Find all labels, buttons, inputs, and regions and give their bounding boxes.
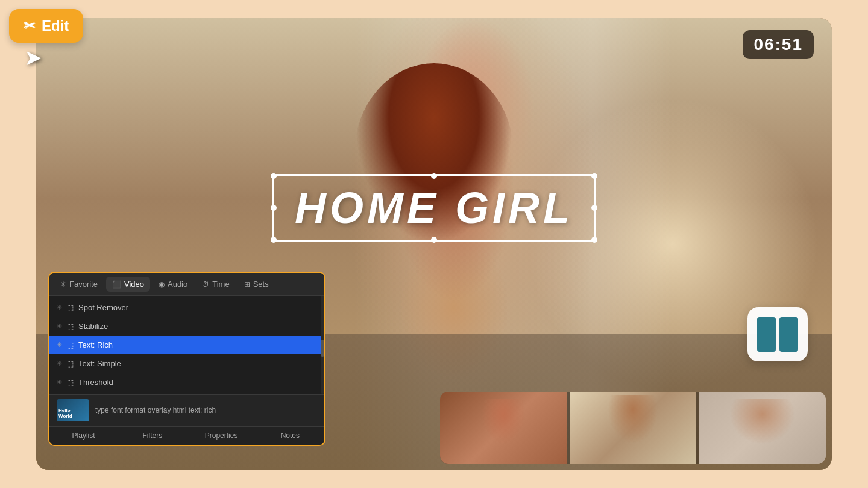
layers-icon: ⊞ bbox=[244, 280, 250, 289]
title-overlay: HOME GIRL bbox=[116, 174, 752, 242]
properties-label: Properties bbox=[205, 431, 238, 440]
notes-label: Notes bbox=[281, 431, 300, 440]
window-icon-3: ⬚ bbox=[67, 341, 74, 349]
window-icon-2: ⬚ bbox=[67, 322, 74, 331]
item-label-spot-remover: Spot Remover bbox=[78, 303, 128, 312]
main-video-area: HOME GIRL 06:51 ✳ Fav bbox=[36, 18, 832, 470]
window-icon: ⬚ bbox=[67, 304, 74, 312]
tab-video-label: Video bbox=[124, 280, 144, 289]
thumbnail-1[interactable] bbox=[440, 392, 567, 464]
tab-audio-label: Audio bbox=[168, 280, 187, 289]
timestamp: 06:51 bbox=[753, 35, 803, 54]
tab-favorite[interactable]: ✳ Favorite bbox=[54, 277, 104, 292]
split-panel-left bbox=[757, 317, 776, 352]
split-panel-right bbox=[779, 317, 798, 352]
filters-label: Filters bbox=[143, 431, 163, 440]
item-label-threshold: Threshold bbox=[78, 378, 113, 387]
tab-favorite-label: Favorite bbox=[69, 280, 98, 289]
window-icon-5: ⬚ bbox=[67, 378, 74, 387]
tab-sets[interactable]: ⊞ Sets bbox=[238, 277, 275, 292]
item-label-text-simple: Text: Simple bbox=[78, 359, 121, 368]
list-item-text-simple[interactable]: ✳ ⬚ Text: Simple bbox=[49, 354, 324, 373]
bottom-tab-properties[interactable]: Properties bbox=[187, 427, 256, 445]
playlist-label: Playlist bbox=[72, 431, 95, 440]
panel-tabs: ✳ Favorite ⬛ Video ◉ Audio ⏱ Time ⊞ Sets bbox=[49, 273, 324, 296]
list-item-stabilize[interactable]: ✳ ⬚ Stabilize bbox=[49, 317, 324, 336]
monitor-icon: ⬛ bbox=[112, 280, 121, 289]
tab-audio[interactable]: ◉ Audio bbox=[153, 277, 193, 292]
star-filled-icon: ✳ bbox=[57, 341, 62, 349]
star-empty-icon-3: ✳ bbox=[57, 360, 62, 368]
window-icon-4: ⬚ bbox=[67, 360, 74, 368]
panel-scrollbar[interactable] bbox=[321, 296, 324, 394]
scrollbar-thumb[interactable] bbox=[321, 340, 324, 357]
star-icon: ✳ bbox=[60, 280, 66, 289]
video-title: HOME GIRL bbox=[295, 184, 573, 232]
edit-label: Edit bbox=[42, 17, 69, 34]
thumbnail-2[interactable] bbox=[570, 392, 697, 464]
list-item-text-rich[interactable]: ✳ ⬚ Text: Rich bbox=[49, 336, 324, 354]
preview-thumbnail: Hello World bbox=[57, 399, 89, 421]
item-label-text-rich: Text: Rich bbox=[78, 340, 113, 349]
split-screen-icon[interactable] bbox=[747, 307, 808, 361]
star-empty-icon-4: ✳ bbox=[57, 378, 62, 386]
clock-icon: ⏱ bbox=[202, 280, 209, 289]
tab-time-label: Time bbox=[212, 280, 229, 289]
preview-description: type font format overlay html text: rich bbox=[95, 406, 216, 414]
cursor-arrow-icon: ➤ bbox=[24, 45, 42, 70]
bottom-tab-filters[interactable]: Filters bbox=[118, 427, 187, 445]
bottom-tab-playlist[interactable]: Playlist bbox=[49, 427, 118, 445]
list-item-threshold[interactable]: ✳ ⬚ Threshold bbox=[49, 373, 324, 392]
panel-list: ✳ ⬚ Spot Remover ✳ ⬚ Stabilize ✳ ⬚ Text:… bbox=[49, 296, 324, 394]
panel-bottom-tabs: Playlist Filters Properties Notes bbox=[49, 426, 324, 445]
thumbnail-3[interactable] bbox=[699, 392, 826, 464]
tab-time[interactable]: ⏱ Time bbox=[196, 277, 235, 292]
bottom-tab-notes[interactable]: Notes bbox=[256, 427, 324, 445]
item-label-stabilize: Stabilize bbox=[78, 322, 108, 331]
thumbnail-strip bbox=[440, 392, 826, 464]
scissors-icon: ✂ bbox=[24, 17, 36, 34]
circle-icon: ◉ bbox=[159, 280, 165, 289]
edit-button[interactable]: ✂ Edit bbox=[9, 9, 83, 43]
tools-panel: ✳ Favorite ⬛ Video ◉ Audio ⏱ Time ⊞ Sets bbox=[48, 272, 326, 446]
star-empty-icon-2: ✳ bbox=[57, 322, 62, 330]
tab-sets-label: Sets bbox=[253, 280, 269, 289]
tab-video[interactable]: ⬛ Video bbox=[106, 277, 150, 292]
star-empty-icon: ✳ bbox=[57, 304, 62, 311]
panel-preview: Hello World type font format overlay htm… bbox=[49, 394, 324, 426]
time-badge: 06:51 bbox=[743, 30, 814, 59]
list-item-spot-remover[interactable]: ✳ ⬚ Spot Remover bbox=[49, 298, 324, 317]
